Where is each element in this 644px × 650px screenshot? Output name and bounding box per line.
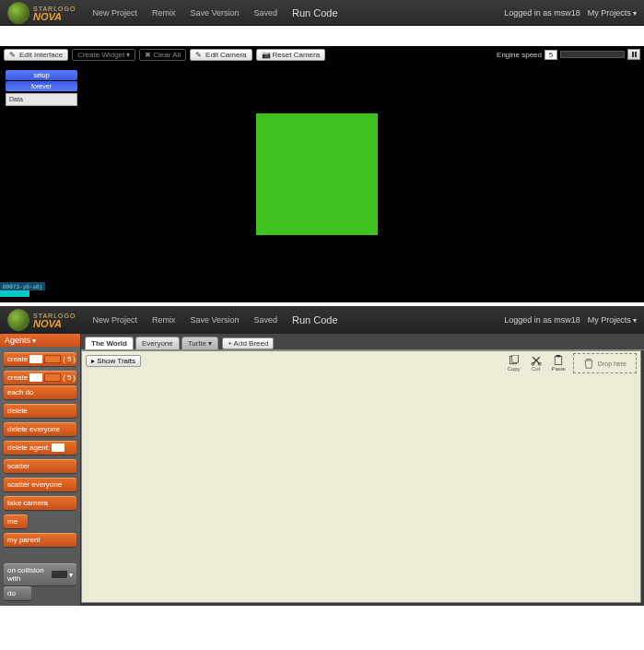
nav-my-projects[interactable]: My Projects xyxy=(588,8,637,18)
block-scatter-everyone[interactable]: scatter everyone xyxy=(4,478,76,491)
logged-in-label-2: Logged in as msw18 xyxy=(504,315,580,325)
block-take-camera[interactable]: take camera xyxy=(4,496,76,510)
block-on-collision[interactable]: on collision with▾ xyxy=(4,563,76,585)
block-my-parent[interactable]: my parent xyxy=(4,533,76,547)
block-me[interactable]: me xyxy=(4,514,28,528)
brand-line2: NOVA xyxy=(33,13,76,20)
engine-speed-value[interactable]: 5 xyxy=(544,50,557,60)
block-delete-everyone[interactable]: delete everyone xyxy=(4,422,76,436)
engine-speed-slider[interactable] xyxy=(560,51,625,58)
logo[interactable]: STARLOGO NOVA xyxy=(7,2,76,24)
clipboard-icon xyxy=(552,355,565,366)
nav2-saved: Saved xyxy=(246,315,285,325)
block-delete[interactable]: delete xyxy=(4,404,76,418)
block-create-do[interactable]: create(5) xyxy=(4,371,76,384)
pause-button[interactable] xyxy=(627,49,640,60)
show-traits-button[interactable]: ▸ Show Traits xyxy=(86,355,141,367)
svg-rect-5 xyxy=(556,355,561,357)
clear-all-button[interactable]: ✖ Clear All xyxy=(139,49,186,61)
brand-line2-2: NOVA xyxy=(33,320,76,327)
widget-setup-button[interactable]: setup xyxy=(6,70,77,80)
editor-row: Agents create(5) create(5) each do delet… xyxy=(0,334,644,606)
edit-camera-button[interactable]: Edit Camera xyxy=(190,49,252,61)
engine-speed-control: Engine speed 5 xyxy=(497,49,640,60)
trash-dropzone[interactable]: Drop here xyxy=(573,353,637,373)
workspace: The World Everyone Turtle + Add Breed ▸ … xyxy=(81,334,644,606)
logo-icon-2 xyxy=(7,309,29,331)
world-terrain[interactable] xyxy=(256,113,378,235)
blocks-drawer: Agents create(5) create(5) each do delet… xyxy=(0,334,81,606)
logo-2[interactable]: STARLOGO NOVA xyxy=(7,309,76,331)
nav-run-code[interactable]: Run Code xyxy=(285,7,345,18)
block-each-do[interactable]: each do xyxy=(4,385,76,399)
svg-rect-4 xyxy=(555,357,562,365)
add-breed-button[interactable]: + Add Breed xyxy=(222,337,274,349)
editor-navbar: STARLOGO NOVA New Project Remix Save Ver… xyxy=(0,306,644,334)
copy-button[interactable]: Copy xyxy=(506,353,522,373)
nav2-remix[interactable]: Remix xyxy=(145,315,183,325)
engine-speed-label: Engine speed xyxy=(497,51,542,59)
logged-in-label: Logged in as msw18 xyxy=(504,8,580,18)
runtime-toolbar: Edit Interface Create Widget ✖ Clear All… xyxy=(0,46,644,63)
tab-everyone[interactable]: Everyone xyxy=(135,337,180,349)
nav2-my-projects[interactable]: My Projects xyxy=(588,315,637,325)
create-widget-button[interactable]: Create Widget xyxy=(72,49,135,61)
block-create[interactable]: create(5) xyxy=(4,352,76,366)
drawer-category[interactable]: Agents xyxy=(0,334,80,347)
nav-new-project[interactable]: New Project xyxy=(85,8,145,18)
tab-the-world[interactable]: The World xyxy=(85,337,134,349)
top-navbar: STARLOGO NOVA New Project Remix Save Ver… xyxy=(0,0,644,26)
logo-icon xyxy=(7,2,29,24)
stage[interactable]: setup forever Data 00073-y0-s0j xyxy=(0,63,644,302)
copy-icon xyxy=(508,355,521,366)
logo-text: STARLOGO NOVA xyxy=(33,6,76,20)
tab-turtle[interactable]: Turtle xyxy=(181,337,218,349)
svg-rect-1 xyxy=(511,355,518,362)
status-bar xyxy=(0,290,29,297)
widget-panel: setup forever Data xyxy=(6,70,77,106)
nav-remix[interactable]: Remix xyxy=(145,8,183,18)
canvas-toolbar: Copy Cut Paste Drop here xyxy=(506,353,638,373)
status-block: 00073-y0-s0j xyxy=(0,282,45,297)
breed-tabbar: The World Everyone Turtle + Add Breed xyxy=(81,334,644,350)
trash-icon xyxy=(583,357,594,370)
reset-camera-button[interactable]: Reset Camera xyxy=(256,49,326,61)
nav-saved: Saved xyxy=(246,8,285,18)
logo-text-2: STARLOGO NOVA xyxy=(33,313,76,327)
block-do[interactable]: do xyxy=(4,586,31,600)
widget-data-label: Data xyxy=(6,93,77,106)
status-id: 00073-y0-s0j xyxy=(0,282,45,290)
block-scatter[interactable]: scatter xyxy=(4,459,76,473)
nav2-run-code[interactable]: Run Code xyxy=(285,314,345,325)
edit-interface-button[interactable]: Edit Interface xyxy=(4,49,68,61)
nav2-new-project[interactable]: New Project xyxy=(85,315,145,325)
scissors-icon xyxy=(530,355,543,366)
toolbar-gap xyxy=(0,26,644,46)
block-delete-agent[interactable]: delete agent: xyxy=(4,441,76,455)
editor-panel: STARLOGO NOVA New Project Remix Save Ver… xyxy=(0,306,644,606)
widget-forever-button[interactable]: forever xyxy=(6,81,77,91)
paste-button[interactable]: Paste xyxy=(550,353,568,373)
runtime-panel: STARLOGO NOVA New Project Remix Save Ver… xyxy=(0,0,644,302)
block-canvas[interactable]: ▸ Show Traits Copy Cut Paste xyxy=(81,350,641,603)
cut-button[interactable]: Cut xyxy=(528,353,544,373)
nav-save-version[interactable]: Save Version xyxy=(182,8,246,18)
nav2-save-version[interactable]: Save Version xyxy=(182,315,246,325)
